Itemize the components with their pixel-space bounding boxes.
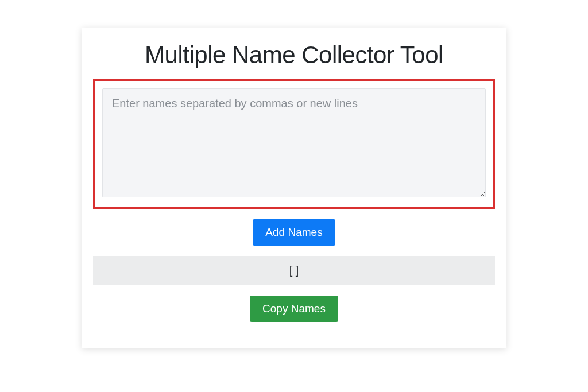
textarea-highlight-border <box>93 79 495 209</box>
copy-button-row: Copy Names <box>93 296 495 322</box>
tool-card: Multiple Name Collector Tool Add Names [… <box>82 28 506 348</box>
copy-names-button[interactable]: Copy Names <box>250 296 338 322</box>
add-button-row: Add Names <box>93 219 495 246</box>
names-input[interactable] <box>102 88 486 197</box>
add-names-button[interactable]: Add Names <box>253 219 335 246</box>
page-title: Multiple Name Collector Tool <box>93 41 495 69</box>
output-display: [ ] <box>93 256 495 285</box>
